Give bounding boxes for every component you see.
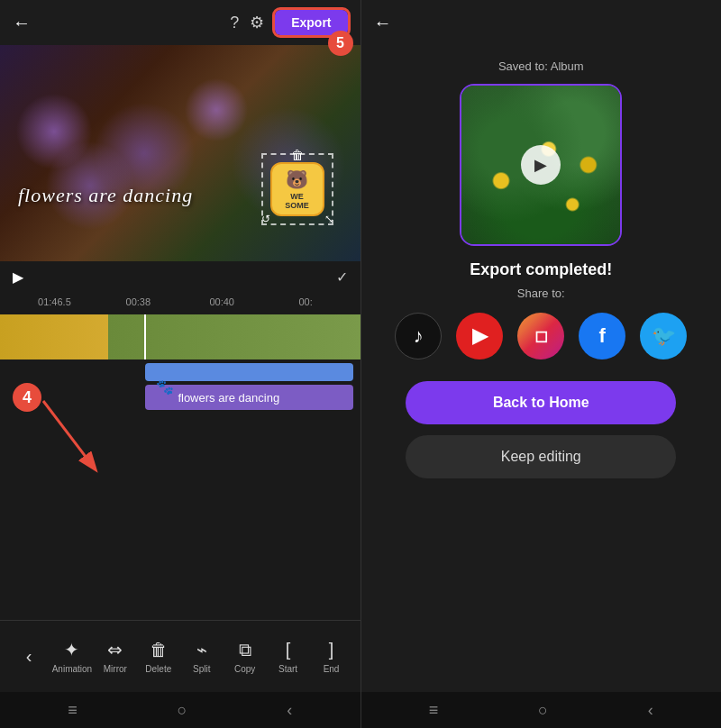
step-5-badge: 5 [328, 31, 353, 56]
timeline-area: ▶ ✓ 01:46.5 00:38 00:40 00: 4 [0, 261, 360, 728]
youtube-icon: ▶ [472, 324, 488, 348]
nav-menu-icon[interactable]: ≡ [68, 701, 78, 720]
time-marker-4: 00: [264, 296, 348, 307]
time-marker-1: 01:46.5 [13, 296, 96, 307]
check-icon[interactable]: ✓ [336, 268, 348, 286]
instagram-icon: ◻ [534, 326, 548, 346]
copy-icon: ⧉ [239, 640, 251, 660]
help-icon[interactable]: ? [230, 14, 239, 32]
start-label: Start [278, 664, 297, 674]
svg-line-1 [43, 401, 95, 469]
right-bottom-nav: ≡ ○ ‹ [361, 692, 722, 728]
sticker-text-we: WE [290, 192, 304, 201]
tool-split[interactable]: ⌁ Split [180, 639, 224, 674]
tool-animation[interactable]: ✦ Animation [50, 639, 94, 674]
export-thumbnail[interactable]: ▶ [460, 84, 622, 246]
text-track-icon: 🐾 [156, 378, 174, 396]
timeline-controls-row: ▶ ✓ [0, 261, 360, 293]
right-header: ← [361, 0, 722, 45]
animation-icon: ✦ [64, 639, 79, 660]
instagram-share-button[interactable]: ◻ [517, 313, 564, 359]
play-button[interactable]: ▶ [13, 268, 23, 286]
animation-label: Animation [52, 664, 92, 674]
twitter-icon: 🐦 [652, 324, 676, 348]
right-panel: ← Saved to: Album ▶ Export completed! Sh… [361, 0, 722, 728]
tracks-wrapper: 4 🐾 [0, 311, 360, 620]
video-strip-inner [0, 314, 360, 359]
video-text-overlay: flowers are dancing [18, 184, 193, 207]
header-right: ? ⚙ Export [230, 10, 347, 35]
text-track[interactable]: flowers are dancing [145, 385, 352, 410]
youtube-share-button[interactable]: ▶ [456, 313, 503, 359]
tiktok-icon: ♪ [414, 324, 424, 348]
right-nav-back-icon[interactable]: ‹ [648, 701, 653, 720]
share-label: Share to: [517, 287, 565, 300]
settings-icon[interactable]: ⚙ [250, 13, 264, 32]
bottom-nav-left: ≡ ○ ‹ [0, 692, 360, 728]
keep-editing-button[interactable]: Keep editing [406, 435, 676, 478]
tiktok-share-button[interactable]: ♪ [395, 313, 442, 359]
sticker-track[interactable] [145, 363, 352, 381]
bottom-toolbar: ‹ ✦ Animation ⇔ Mirror 🗑 Delete ⌁ Split … [0, 620, 360, 692]
sticker-delete-icon[interactable]: 🗑 [291, 148, 304, 162]
tool-end[interactable]: ] End [310, 640, 353, 674]
timeline-cursor [144, 314, 146, 359]
split-icon: ⌁ [196, 639, 207, 660]
sticker-text-some: SOME [285, 201, 309, 210]
sticker-box[interactable]: 🗑 🐻 WE SOME ⤡ ↺ [261, 153, 333, 225]
video-background: flowers are dancing 🗑 🐻 WE SOME ⤡ ↺ [0, 45, 360, 261]
facebook-share-button[interactable]: f [579, 313, 625, 359]
back-to-home-button[interactable]: Back to Home [406, 381, 676, 424]
saved-label: Saved to: Album [361, 59, 722, 73]
mirror-icon: ⇔ [107, 639, 123, 660]
tool-back[interactable]: ‹ [7, 646, 50, 667]
copy-label: Copy [234, 664, 255, 674]
right-back-button[interactable]: ← [374, 13, 392, 33]
time-marker-2: 00:38 [96, 296, 180, 307]
video-preview: flowers are dancing 🗑 🐻 WE SOME ⤡ ↺ [0, 45, 360, 261]
delete-label: Delete [145, 664, 171, 674]
twitter-share-button[interactable]: 🐦 [640, 313, 687, 359]
back-button[interactable]: ← [13, 13, 31, 33]
left-header: ← ? ⚙ Export [0, 0, 360, 45]
left-panel: ← ? ⚙ Export 5 flowers are dancing 🗑 🐻 W… [0, 0, 360, 728]
share-icons: ♪ ▶ ◻ f 🐦 [395, 313, 687, 359]
facebook-icon: f [599, 324, 606, 348]
text-track-container: 🐾 flowers are dancing [7, 363, 353, 410]
nav-back-icon[interactable]: ‹ [287, 701, 292, 720]
strip-segment-yellow [0, 314, 108, 359]
sticker-content: 🐻 WE SOME [270, 162, 324, 216]
thumbnail-play-button[interactable]: ▶ [521, 145, 561, 185]
tool-mirror[interactable]: ⇔ Mirror [94, 639, 137, 674]
mirror-label: Mirror [104, 664, 127, 674]
export-complete-text: Export completed! [470, 260, 612, 279]
right-nav-menu-icon[interactable]: ≡ [429, 701, 439, 720]
nav-home-icon[interactable]: ○ [178, 701, 187, 720]
back-tool-icon: ‹ [26, 646, 32, 667]
split-label: Split [193, 664, 210, 674]
start-icon: [ [286, 640, 291, 660]
sticker-rotate-icon[interactable]: ↺ [261, 213, 270, 225]
delete-icon: 🗑 [150, 640, 168, 660]
sticker-emoji: 🐻 [286, 168, 308, 190]
time-marker-3: 00:40 [180, 296, 264, 307]
tool-start[interactable]: [ Start [267, 640, 310, 674]
tool-delete[interactable]: 🗑 Delete [137, 640, 180, 674]
tool-copy[interactable]: ⧉ Copy [224, 640, 267, 674]
step-4-badge: 4 [13, 383, 41, 412]
right-nav-home-icon[interactable]: ○ [538, 701, 548, 720]
sticker-resize-icon[interactable]: ⤡ [324, 213, 333, 225]
time-ruler: 01:46.5 00:38 00:40 00: [0, 293, 360, 311]
end-label: End [324, 664, 340, 674]
video-strip[interactable] [0, 314, 360, 359]
end-icon: ] [329, 640, 334, 660]
